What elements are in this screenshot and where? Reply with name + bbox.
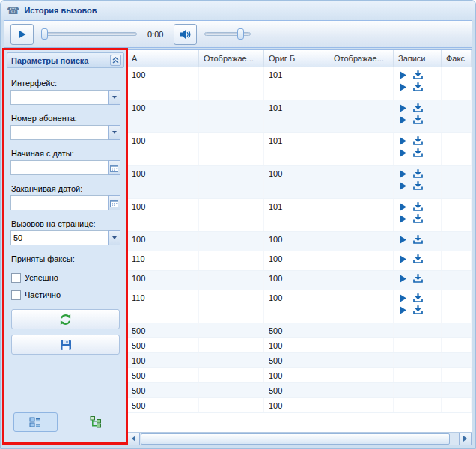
play-record-icon[interactable]	[400, 255, 406, 263]
table-row[interactable]: 100100	[127, 166, 472, 199]
download-record-icon[interactable]	[413, 235, 423, 244]
play-record-icon[interactable]	[400, 294, 406, 302]
download-record-icon[interactable]	[413, 181, 423, 190]
table-row[interactable]: 100100	[127, 232, 472, 251]
download-record-icon[interactable]	[413, 82, 423, 91]
download-record-icon[interactable]	[413, 169, 423, 178]
volume-thumb[interactable]	[237, 28, 244, 40]
table-row[interactable]: 110100	[127, 290, 472, 323]
date-from-field[interactable]	[10, 160, 108, 175]
cell-records	[394, 133, 442, 165]
chevron-down-icon[interactable]	[108, 125, 120, 140]
play-record-icon[interactable]	[400, 137, 406, 145]
scroll-right-button[interactable]	[459, 433, 472, 445]
cell-orig-b: 500	[264, 323, 329, 337]
download-record-icon[interactable]	[413, 274, 423, 283]
cell-fax	[442, 232, 472, 251]
play-record-icon[interactable]	[400, 71, 406, 79]
play-record-icon[interactable]	[400, 215, 406, 223]
table-row[interactable]: 500500	[127, 383, 472, 398]
download-record-icon[interactable]	[413, 136, 423, 145]
scroll-thumb[interactable]	[141, 433, 450, 445]
table-row[interactable]: 500100	[127, 368, 472, 383]
tree-view-button[interactable]	[74, 412, 118, 432]
play-record-icon[interactable]	[400, 149, 406, 157]
play-record-icon[interactable]	[400, 203, 406, 211]
table-row[interactable]: 500100	[127, 338, 472, 353]
collapse-panel-icon[interactable]	[110, 55, 121, 66]
download-record-icon[interactable]	[413, 103, 423, 112]
download-record-icon[interactable]	[413, 214, 423, 223]
seek-track[interactable]	[41, 32, 137, 36]
per-page-select[interactable]	[10, 230, 108, 245]
cell-records	[394, 290, 442, 323]
play-button[interactable]	[10, 24, 34, 45]
play-record-icon[interactable]	[400, 83, 406, 91]
download-record-icon[interactable]	[413, 305, 423, 314]
cell-fax	[442, 251, 472, 270]
download-record-icon[interactable]	[413, 293, 423, 302]
seek-slider[interactable]	[41, 28, 137, 40]
download-record-icon[interactable]	[413, 148, 423, 157]
save-button[interactable]	[11, 335, 120, 355]
play-record-icon[interactable]	[400, 182, 406, 190]
cell-a: 100	[127, 232, 199, 251]
table-row[interactable]: 100500	[127, 353, 472, 368]
download-record-icon[interactable]	[413, 202, 423, 211]
calendar-icon[interactable]	[108, 195, 120, 210]
fax-partial-checkbox[interactable]: Частично	[11, 290, 120, 300]
cell-orig-b: 100	[264, 398, 329, 412]
horizontal-scrollbar[interactable]	[127, 432, 472, 445]
checkbox-label: Успешно	[25, 273, 58, 282]
table-row[interactable]: 100101	[127, 199, 472, 232]
fax-success-checkbox[interactable]: Успешно	[11, 272, 120, 283]
cell-records	[394, 166, 442, 198]
date-to-field[interactable]	[10, 195, 108, 210]
play-record-icon[interactable]	[400, 236, 406, 244]
cell-display-a	[199, 271, 264, 290]
grid-header-row: АОтображае...Ориг БОтображае...ЗаписиФак…	[127, 50, 472, 67]
column-header[interactable]: Отображае...	[329, 50, 394, 67]
refresh-button[interactable]	[11, 309, 120, 329]
column-header[interactable]: Факс	[442, 50, 472, 67]
details-view-button[interactable]	[13, 412, 58, 432]
seek-thumb[interactable]	[41, 28, 48, 40]
chevron-down-icon[interactable]	[108, 230, 120, 245]
column-header[interactable]: Записи	[394, 50, 442, 67]
checkbox-icon[interactable]	[11, 273, 21, 283]
table-row[interactable]: 500500	[127, 323, 472, 338]
table-row[interactable]: 100101	[127, 100, 472, 133]
cell-a: 110	[127, 290, 199, 323]
interface-select[interactable]	[10, 90, 108, 105]
subscriber-select[interactable]	[10, 125, 108, 140]
play-record-icon[interactable]	[400, 275, 406, 283]
calendar-icon[interactable]	[108, 160, 120, 175]
play-record-icon[interactable]	[400, 170, 406, 178]
table-row[interactable]: 110100	[127, 251, 472, 271]
column-header[interactable]: А	[127, 50, 199, 67]
play-record-icon[interactable]	[400, 104, 406, 112]
cell-fax	[442, 133, 472, 165]
download-record-icon[interactable]	[413, 70, 423, 79]
column-header[interactable]: Отображае...	[199, 50, 264, 67]
chevron-down-icon[interactable]	[108, 90, 120, 105]
scroll-track[interactable]	[140, 433, 459, 445]
scroll-left-button[interactable]	[127, 433, 140, 445]
interface-label: Интерфейс:	[11, 79, 120, 88]
download-record-icon[interactable]	[413, 254, 423, 263]
volume-button[interactable]	[174, 24, 197, 45]
table-row[interactable]: 100100	[127, 271, 472, 290]
time-label: 0:00	[147, 30, 163, 39]
table-row[interactable]: 500100	[127, 398, 472, 413]
volume-track[interactable]	[204, 32, 251, 36]
checkbox-icon[interactable]	[11, 290, 21, 300]
table-row[interactable]: 100101	[127, 67, 472, 100]
play-record-icon[interactable]	[400, 306, 406, 314]
table-row[interactable]: 100101	[127, 133, 472, 166]
download-record-icon[interactable]	[413, 115, 423, 124]
play-record-icon[interactable]	[400, 116, 406, 124]
cell-display-b	[329, 133, 394, 165]
volume-slider[interactable]	[204, 28, 251, 40]
view-toggle-group	[10, 412, 120, 436]
column-header[interactable]: Ориг Б	[264, 50, 329, 67]
